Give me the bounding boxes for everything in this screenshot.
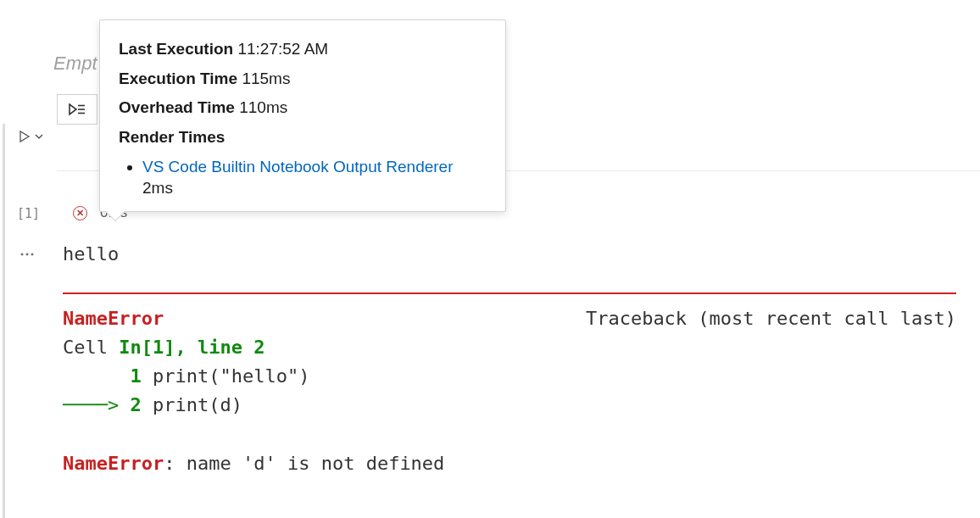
play-icon — [18, 130, 31, 143]
error-class: NameError — [63, 304, 164, 333]
error-divider — [63, 292, 956, 294]
tt-label-0: Last Execution — [119, 40, 233, 58]
tt-val-1: 115ms — [242, 70, 290, 87]
tt-render-label: Render Times — [119, 128, 225, 146]
cell-label-prefix: Cell — [63, 337, 119, 358]
output-more-actions[interactable]: ⋯ — [19, 244, 36, 263]
cell-line-label: , line 2 — [175, 337, 264, 358]
cell-focus-bar — [3, 124, 5, 518]
tt-val-0: 11:27:52 AM — [237, 40, 328, 58]
arrow-icon: ────> — [63, 394, 130, 415]
svg-marker-0 — [70, 104, 76, 114]
tb-code-1: print("hello") — [142, 365, 310, 387]
step-icon — [68, 103, 86, 116]
toggle-line-by-line-button[interactable] — [57, 94, 97, 125]
error-status-icon[interactable]: ✕ — [73, 206, 87, 220]
renderer-link[interactable]: VS Code Builtin Notebook Output Renderer — [142, 158, 454, 175]
execution-count: [1] — [17, 206, 40, 221]
tb-lineno-1: 1 — [130, 365, 141, 387]
renderer-time: 2ms — [142, 179, 173, 197]
final-error-sep: : — [164, 453, 187, 474]
execution-timing-tooltip: Last Execution 11:27:52 AM Execution Tim… — [99, 19, 506, 212]
tt-label-2: Overhead Time — [119, 98, 235, 116]
cell-output: hello NameError Traceback (most recent c… — [63, 240, 956, 478]
run-cell-button[interactable] — [15, 127, 34, 146]
tt-val-2: 110ms — [239, 98, 287, 116]
run-dropdown-chevron[interactable] — [34, 131, 44, 144]
tt-label-1: Execution Time — [119, 70, 237, 87]
chevron-down-icon — [34, 131, 44, 142]
tb-lineno-2: 2 — [130, 394, 141, 415]
final-error-class: NameError — [63, 453, 164, 474]
final-error-msg: name 'd' is not defined — [187, 453, 445, 474]
stdout-text: hello — [63, 240, 956, 269]
traceback-header: Traceback (most recent call last) — [586, 304, 956, 333]
cell-in-label: In[1] — [119, 337, 175, 358]
svg-marker-4 — [20, 131, 29, 142]
tb-code-2: print(d) — [142, 394, 242, 415]
